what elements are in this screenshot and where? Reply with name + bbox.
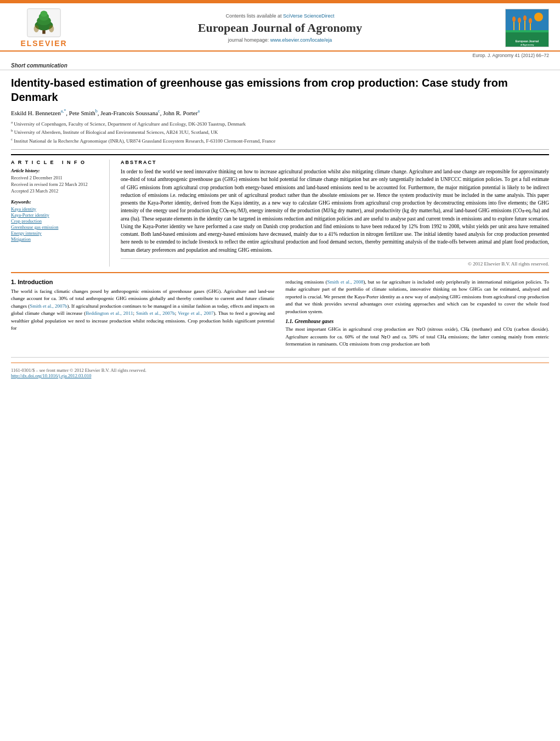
page: ELSEVIER Contents lists available at Sci… <box>0 0 560 741</box>
authors-line: Eskild H. Bennetzena,*, Pete Smithb, Jea… <box>11 109 549 116</box>
sciverse-link[interactable]: SciVerse ScienceDirect <box>283 13 335 19</box>
info-abstract-columns: A R T I C L E I N F O Article history: R… <box>11 154 549 267</box>
svg-point-13 <box>534 13 543 21</box>
author-2: Pete Smith <box>69 110 95 116</box>
subsection-ghg-title: 1.1. Greenhouse gases <box>286 319 550 324</box>
svg-point-20 <box>523 15 527 21</box>
ref-smith-2007b-1[interactable]: Smith et al., 2007b <box>30 303 67 309</box>
keyword-3[interactable]: Crop production <box>11 218 103 224</box>
article-history-label: Article history: <box>11 168 103 173</box>
keywords-block: Keywords: Kaya identity Kaya-Porter iden… <box>11 199 103 242</box>
doi-bar: 1161-0301/$ – see front matter © 2012 El… <box>11 367 549 378</box>
affiliations: a University of Copenhagen, Faculty of S… <box>11 120 549 145</box>
affil-b-sup: b <box>11 128 13 133</box>
author-4: John R. Porter <box>163 110 197 116</box>
divider-line <box>11 149 549 150</box>
author-2-sup: b <box>95 109 98 114</box>
affil-b-text: University of Aberdeen, Institute of Bio… <box>14 129 218 135</box>
issn-text: 1161-0301/$ – see front matter © 2012 El… <box>11 367 146 373</box>
article-history-block: Article history: Received 2 December 201… <box>11 168 103 195</box>
journal-header: ELSEVIER Contents lists available at Sci… <box>0 3 560 52</box>
author-4-sup: a <box>197 109 200 114</box>
author-3: Jean-Francois Soussana <box>100 110 158 116</box>
revised-date: Received in revised form 22 March 2012 <box>11 182 103 188</box>
svg-rect-12 <box>506 9 548 30</box>
affil-c-text: Institut National de la Recherche Agrono… <box>14 138 275 144</box>
article-title: Identity-based estimation of greenhouse … <box>11 76 549 104</box>
doi-link[interactable]: http://dx.doi.org/10.1016/j.eja.2012.03.… <box>11 373 91 378</box>
intro-section-title: 1. Introduction <box>11 279 275 285</box>
affil-c-sup: c <box>11 137 13 142</box>
journal-title-area: Contents lists available at SciVerse Sci… <box>77 13 483 43</box>
elsevier-logo: ELSEVIER <box>11 8 77 48</box>
article-type-label: Short communication <box>11 63 67 69</box>
article-info-header: A R T I C L E I N F O <box>11 160 103 165</box>
intro-paragraph-1: The world is facing climatic changes pos… <box>11 288 275 332</box>
received-date: Received 2 December 2011 <box>11 175 103 182</box>
journal-homepage-link[interactable]: www.elsevier.com/locate/eja <box>270 37 332 43</box>
affil-a-text: University of Copenhagen, Faculty of Sci… <box>14 121 246 127</box>
right-column: ABSTRACT In order to feed the world we n… <box>121 160 549 267</box>
body-left-column: 1. Introduction The world is facing clim… <box>11 279 275 352</box>
affil-a-sup: a <box>11 120 13 125</box>
accepted-date: Accepted 23 March 2012 <box>11 188 103 195</box>
elsevier-tree-icon <box>25 8 63 38</box>
author-1: Eskild H. Bennetzen <box>11 110 61 116</box>
sciverse-line: Contents lists available at SciVerse Sci… <box>77 13 483 19</box>
journal-logo-area: European Journal of Agronomy <box>483 9 549 47</box>
orange-divider <box>11 363 549 363</box>
journal-ref: Europ. J. Agronomy 41 (2012) 66–72 <box>0 52 560 59</box>
keywords-label: Keywords: <box>11 199 103 205</box>
ref-verge-2007[interactable]: Verge et al., 2007 <box>178 310 213 316</box>
article-type-bar: Short communication <box>0 59 560 70</box>
keyword-4[interactable]: Greenhouse gas emission <box>11 224 103 230</box>
abstract-text: In order to feed the world we need innov… <box>121 168 549 254</box>
abstract-header: ABSTRACT <box>121 160 549 165</box>
svg-point-6 <box>34 25 39 32</box>
ref-beddington-2011[interactable]: Beddington et al., 2011 <box>86 310 133 316</box>
keyword-1[interactable]: Kaya identity <box>11 206 103 212</box>
footnotes-area <box>11 357 549 360</box>
journal-logo-image: European Journal of Agronomy <box>505 9 549 47</box>
svg-point-19 <box>518 18 521 23</box>
main-content: Identity-based estimation of greenhouse … <box>0 70 560 384</box>
svg-point-21 <box>529 18 532 24</box>
elsevier-wordmark: ELSEVIER <box>20 39 67 48</box>
svg-text:of Agronomy: of Agronomy <box>521 43 535 46</box>
body-right-column: reducing emissions (Smith et al., 2008),… <box>286 279 550 352</box>
author-1-sup: a,* <box>61 109 66 114</box>
left-column: A R T I C L E I N F O Article history: R… <box>11 160 110 267</box>
body-right-para-1: reducing emissions (Smith et al., 2008),… <box>286 279 550 316</box>
keyword-5[interactable]: Energy intensity <box>11 230 103 236</box>
journal-title: European Journal of Agronomy <box>77 21 483 35</box>
elsevier-logo-area: ELSEVIER <box>11 8 77 48</box>
copyright-line: © 2012 Elsevier B.V. All rights reserved… <box>121 258 549 267</box>
svg-point-18 <box>512 16 516 22</box>
svg-text:European Journal: European Journal <box>516 39 539 43</box>
subsection-ghg-text: The most important GHGs in agricultural … <box>286 326 550 348</box>
keyword-6[interactable]: Mitigation <box>11 236 103 242</box>
svg-point-7 <box>49 25 54 32</box>
keyword-2[interactable]: Kaya-Porter identity <box>11 212 103 218</box>
body-content: 1. Introduction The world is facing clim… <box>11 272 549 352</box>
ref-smith-2007b-2[interactable]: Smith et al., 2007b <box>136 310 175 316</box>
journal-homepage: journal homepage: www.elsevier.com/locat… <box>77 37 483 43</box>
svg-point-5 <box>41 11 48 17</box>
ref-smith-2008[interactable]: Smith et al., 2008 <box>327 279 364 285</box>
author-3-sup: c <box>158 109 160 114</box>
